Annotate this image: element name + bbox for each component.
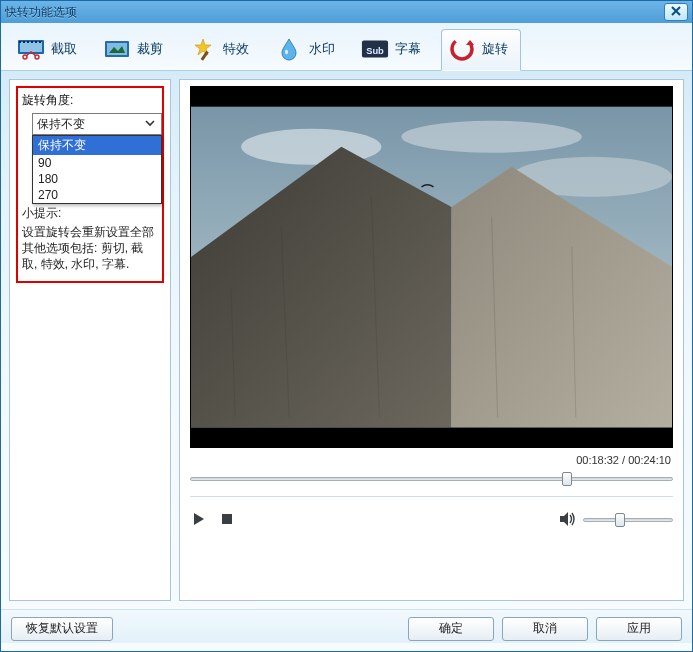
title-bar: 快转功能选项 <box>1 1 692 23</box>
svg-rect-20 <box>191 87 672 107</box>
video-preview[interactable] <box>190 86 673 448</box>
tab-effects[interactable]: 特效 <box>183 29 261 70</box>
volume-slider[interactable] <box>583 513 673 527</box>
player-controls <box>190 507 673 533</box>
svg-rect-3 <box>23 41 25 43</box>
tab-label: 字幕 <box>395 40 421 58</box>
subtitle-icon: Sub <box>361 35 389 63</box>
rotate-icon <box>448 35 476 63</box>
angle-select-value: 保持不变 <box>37 116 85 133</box>
svg-marker-33 <box>194 513 204 525</box>
svg-point-15 <box>285 49 288 53</box>
play-icon <box>192 512 206 529</box>
ok-button[interactable]: 确定 <box>408 617 494 641</box>
tab-label: 截取 <box>51 40 77 58</box>
svg-rect-34 <box>222 514 232 524</box>
svg-point-9 <box>35 55 39 59</box>
angle-select-display[interactable]: 保持不变 <box>32 113 162 135</box>
angle-option[interactable]: 保持不变 <box>33 136 161 155</box>
tab-capture[interactable]: 截取 <box>11 29 89 70</box>
svg-marker-35 <box>560 512 568 526</box>
rotate-settings-panel: 旋转角度: 保持不变 保持不变 90 180 270 小提示: 设置旋转会重新设… <box>9 79 171 601</box>
tab-subtitle[interactable]: Sub 字幕 <box>355 29 433 70</box>
video-frame-image <box>191 87 672 447</box>
svg-rect-6 <box>35 41 37 43</box>
svg-rect-11 <box>107 43 127 55</box>
angle-label: 旋转角度: <box>22 92 158 109</box>
footer-bar: 恢复默认设置 确定 取消 应用 <box>1 609 692 643</box>
seek-track <box>190 477 673 481</box>
volume-icon[interactable] <box>559 511 577 530</box>
seek-bar[interactable] <box>190 472 673 486</box>
tab-label: 裁剪 <box>137 40 163 58</box>
volume-thumb[interactable] <box>615 513 625 527</box>
play-button[interactable] <box>190 511 208 529</box>
svg-rect-2 <box>19 41 21 43</box>
close-button[interactable] <box>664 3 688 21</box>
svg-rect-1 <box>20 42 42 52</box>
tab-crop[interactable]: 裁剪 <box>97 29 175 70</box>
tab-strip: 截取 裁剪 特效 水印 Sub 字幕 旋转 <box>1 23 692 71</box>
tab-label: 水印 <box>309 40 335 58</box>
stop-icon <box>221 513 233 528</box>
photo-crop-icon <box>103 35 131 63</box>
svg-rect-7 <box>39 41 41 43</box>
volume-track <box>583 518 673 522</box>
restore-defaults-button[interactable]: 恢复默认设置 <box>11 617 113 641</box>
svg-rect-21 <box>191 427 672 447</box>
svg-marker-19 <box>466 40 474 45</box>
angle-option[interactable]: 90 <box>33 155 161 171</box>
hint-title: 小提示: <box>22 205 158 222</box>
magic-wand-icon <box>189 35 217 63</box>
svg-point-8 <box>23 55 27 59</box>
svg-text:Sub: Sub <box>366 45 384 55</box>
chevron-down-icon <box>143 116 157 133</box>
filmstrip-scissor-icon <box>17 35 45 63</box>
apply-button[interactable]: 应用 <box>596 617 682 641</box>
angle-option[interactable]: 270 <box>33 187 161 203</box>
time-display: 00:18:32 / 00:24:10 <box>190 452 673 470</box>
window-title: 快转功能选项 <box>5 4 664 21</box>
hint-body: 设置旋转会重新设置全部其他选项包括: 剪切, 截取, 特效, 水印, 字幕. <box>22 224 158 273</box>
divider <box>190 496 673 497</box>
svg-point-24 <box>401 121 581 153</box>
angle-select[interactable]: 保持不变 保持不变 90 180 270 <box>32 113 162 135</box>
close-icon <box>670 5 682 20</box>
cancel-button[interactable]: 取消 <box>502 617 588 641</box>
stop-button[interactable] <box>218 511 236 529</box>
tab-rotate[interactable]: 旋转 <box>441 29 521 71</box>
angle-option[interactable]: 180 <box>33 171 161 187</box>
svg-rect-5 <box>31 41 33 43</box>
main-area: 旋转角度: 保持不变 保持不变 90 180 270 小提示: 设置旋转会重新设… <box>1 71 692 609</box>
angle-select-dropdown: 保持不变 90 180 270 <box>32 135 162 204</box>
time-separator: / <box>619 454 628 466</box>
volume-control <box>559 511 673 530</box>
rotate-settings-highlight: 旋转角度: 保持不变 保持不变 90 180 270 小提示: 设置旋转会重新设… <box>16 86 164 283</box>
svg-rect-4 <box>27 41 29 43</box>
duration: 00:24:10 <box>628 454 671 466</box>
tab-label: 旋转 <box>482 40 508 58</box>
tab-watermark[interactable]: 水印 <box>269 29 347 70</box>
seek-thumb[interactable] <box>562 472 572 486</box>
tab-label: 特效 <box>223 40 249 58</box>
current-time: 00:18:32 <box>576 454 619 466</box>
preview-panel: 00:18:32 / 00:24:10 <box>179 79 684 601</box>
water-drop-icon <box>275 35 303 63</box>
